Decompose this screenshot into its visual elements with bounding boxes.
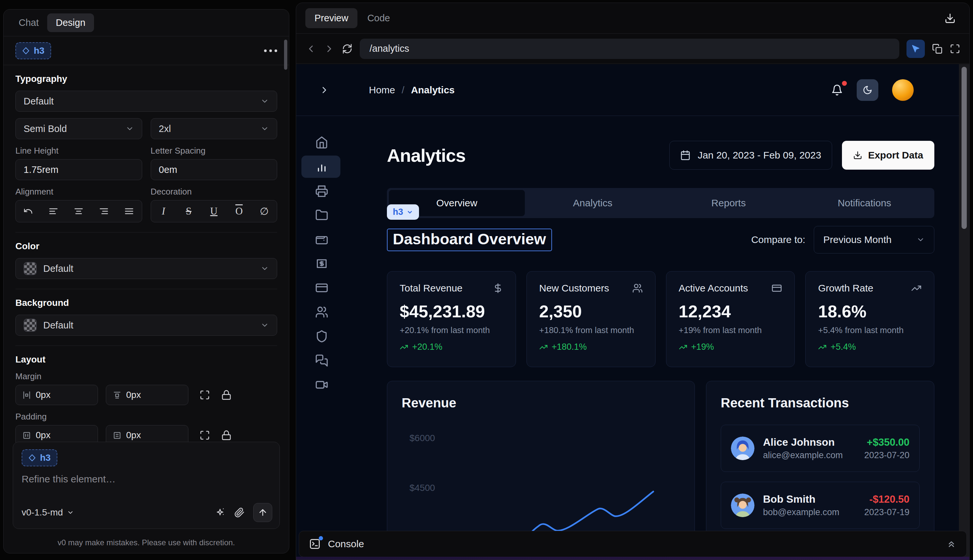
sidebar-item-messages[interactable] — [296, 348, 347, 373]
font-select[interactable]: Default — [15, 91, 277, 112]
letter-spacing-input[interactable]: 0em — [151, 159, 277, 180]
stat-trend: +5.4% — [831, 342, 856, 352]
composer-input[interactable]: Refine this element… — [22, 473, 271, 485]
terminal-icon — [309, 538, 321, 550]
expand-sides-icon[interactable] — [200, 430, 210, 440]
align-right-icon[interactable] — [96, 204, 112, 219]
font-weight-value: Semi Bold — [23, 123, 67, 134]
align-left-icon[interactable] — [46, 204, 61, 219]
underline-icon[interactable]: U — [206, 204, 222, 219]
paperclip-icon[interactable] — [234, 507, 245, 518]
tab-preview[interactable]: Preview — [305, 8, 357, 28]
notifications-bell-icon[interactable] — [831, 84, 843, 96]
font-weight-select[interactable]: Semi Bold — [15, 118, 142, 139]
composer-element-badge[interactable]: h3 — [22, 449, 57, 466]
console-badge-dot — [319, 536, 323, 540]
compare-select[interactable]: Previous Month — [814, 226, 935, 253]
expand-sides-icon[interactable] — [200, 390, 210, 400]
fullscreen-icon[interactable] — [950, 43, 960, 54]
model-select[interactable]: v0-1.5-md — [22, 507, 74, 518]
sidebar-item-cards[interactable] — [296, 276, 347, 300]
selected-element-badge[interactable]: h3 — [15, 42, 51, 59]
background-select[interactable]: Default — [15, 315, 277, 336]
line-height-input[interactable]: 1.75rem — [15, 159, 142, 180]
sidebar-item-video[interactable] — [296, 373, 347, 397]
decoration-toolbar: I S U O ∅ — [151, 200, 277, 222]
lock-icon[interactable] — [221, 390, 232, 400]
lock-icon[interactable] — [221, 430, 232, 440]
stat-title: Growth Rate — [818, 283, 873, 294]
stat-card-new-customers: New Customers 2,350 +180.1% from last mo… — [526, 271, 656, 367]
sparkles-icon[interactable] — [215, 507, 226, 518]
margin-x-input[interactable]: 0px — [15, 385, 98, 405]
margin-y-input[interactable]: 0px — [106, 385, 189, 405]
decoration-label: Decoration — [151, 187, 277, 197]
design-panel: Chat Design h3 Typography Default Semi B… — [3, 9, 289, 553]
margin-x-value: 0px — [36, 390, 50, 400]
selected-element-label: h3 — [34, 45, 45, 56]
video-icon — [315, 378, 328, 391]
sidebar-item-home[interactable] — [296, 130, 347, 155]
ellipsis-menu-icon[interactable] — [264, 50, 277, 52]
refresh-icon[interactable] — [342, 43, 352, 54]
layout-section-title: Layout — [15, 354, 277, 365]
sidebar-item-analytics[interactable] — [296, 155, 347, 179]
color-select[interactable]: Default — [15, 258, 277, 279]
font-size-select[interactable]: 2xl — [151, 118, 277, 139]
forward-icon[interactable] — [324, 43, 335, 54]
margin-y-value: 0px — [126, 390, 141, 400]
align-center-icon[interactable] — [71, 204, 86, 219]
preview-scrollbar-track[interactable] — [959, 64, 970, 560]
inspect-cursor-icon[interactable] — [906, 40, 925, 58]
panel-scrollbar[interactable] — [284, 40, 287, 70]
overline-icon[interactable]: O — [232, 204, 247, 219]
sidebar-toggle-icon[interactable] — [319, 85, 330, 95]
sidebar-item-wallet[interactable] — [296, 227, 347, 252]
user-avatar[interactable] — [892, 79, 914, 101]
users-icon — [315, 305, 328, 318]
color-select-value: Default — [43, 263, 73, 274]
align-justify-icon[interactable] — [122, 204, 137, 219]
arrow-up-icon — [258, 508, 268, 517]
url-input[interactable]: /analytics — [360, 38, 899, 59]
chevrons-up-icon[interactable] — [946, 539, 956, 549]
section-heading-selected[interactable]: Dashboard Overview — [387, 228, 552, 251]
sidebar-item-invoices[interactable] — [296, 179, 347, 203]
copy-icon[interactable] — [932, 43, 943, 54]
background-section-title: Background — [15, 298, 277, 308]
date-range-button[interactable]: Jan 20, 2023 - Feb 09, 2023 — [669, 141, 832, 170]
export-data-button[interactable]: Export Data — [842, 141, 935, 170]
stat-value: 2,350 — [539, 302, 643, 321]
selected-element-tag[interactable]: h3 — [387, 204, 419, 220]
sidebar-item-receipts[interactable] — [296, 252, 347, 276]
tab-notifications[interactable]: Notifications — [796, 190, 932, 216]
font-size-value: 2xl — [159, 123, 171, 134]
tab-reports[interactable]: Reports — [661, 190, 797, 216]
tab-code[interactable]: Code — [367, 13, 390, 23]
sidebar-item-security[interactable] — [296, 324, 347, 348]
breadcrumb-home[interactable]: Home — [369, 85, 395, 96]
sidebar-item-users[interactable] — [296, 300, 347, 324]
strikethrough-icon[interactable]: S — [181, 204, 196, 219]
download-icon[interactable] — [945, 13, 956, 24]
preview-panel-tabs: Preview Code — [296, 3, 970, 34]
shield-icon — [315, 330, 328, 343]
tab-chat[interactable]: Chat — [15, 13, 42, 32]
tab-design[interactable]: Design — [47, 13, 94, 32]
undo-align-icon[interactable] — [21, 204, 36, 219]
preview-scrollbar-thumb[interactable] — [961, 67, 967, 229]
transaction-row[interactable]: Alice Johnson alice@example.com +$350.00… — [721, 425, 920, 472]
transaction-row[interactable]: Bob Smith bob@example.com -$120.50 2023-… — [721, 482, 920, 529]
tab-analytics[interactable]: Analytics — [525, 190, 661, 216]
letter-spacing-label: Letter Spacing — [151, 146, 277, 156]
console-bar[interactable]: Console — [299, 531, 967, 557]
back-icon[interactable] — [305, 43, 317, 54]
no-decoration-icon[interactable]: ∅ — [257, 204, 272, 219]
dashboard-tabs: Overview Analytics Reports Notifications — [387, 188, 935, 218]
sidebar-item-files[interactable] — [296, 203, 347, 227]
italic-icon[interactable]: I — [156, 204, 171, 219]
send-button[interactable] — [253, 503, 272, 522]
padding-vertical-icon — [113, 431, 122, 440]
chevron-down-icon — [916, 235, 925, 244]
theme-toggle-button[interactable] — [857, 79, 878, 101]
